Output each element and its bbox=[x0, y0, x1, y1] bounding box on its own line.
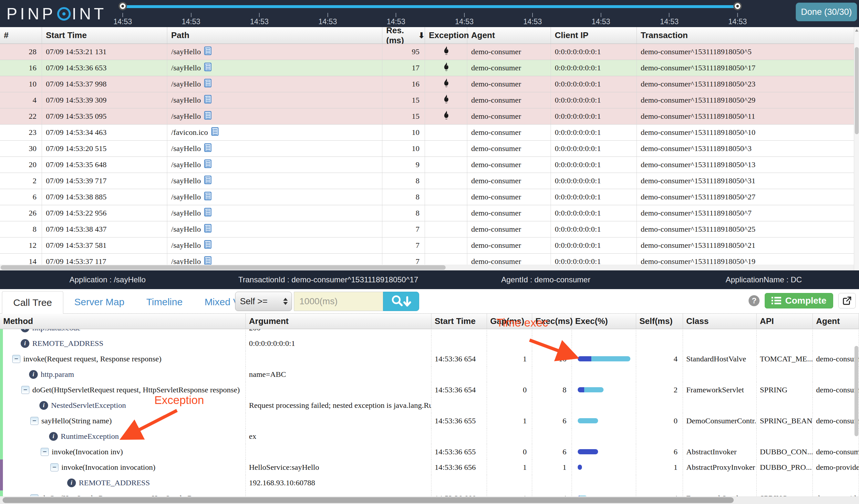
transaction-row[interactable]: 2607/09 14:53:22 956/sayHello8demo-consu… bbox=[0, 205, 859, 221]
ct-cell-class bbox=[683, 335, 757, 351]
call-tree-row[interactable]: iRuntimeExceptionex bbox=[0, 428, 859, 444]
path-detail-icon[interactable] bbox=[204, 46, 212, 57]
path-detail-icon[interactable] bbox=[204, 240, 212, 251]
path-detail-icon[interactable] bbox=[204, 111, 212, 122]
help-icon[interactable]: ? bbox=[749, 295, 759, 306]
ct-col-class[interactable]: Class bbox=[683, 314, 757, 329]
transaction-vscrollbar[interactable] bbox=[854, 27, 859, 270]
filter-ms-input[interactable] bbox=[294, 292, 383, 311]
call-tree-row[interactable]: −doGet(HttpServletRequest request, HttpS… bbox=[0, 382, 859, 397]
tick-label: 14:53 bbox=[588, 17, 614, 26]
ct-col-method[interactable]: Method bbox=[0, 314, 246, 329]
tx-cell-start: 07/09 14:53:37 117 bbox=[42, 254, 167, 265]
path-detail-icon[interactable] bbox=[204, 256, 212, 265]
path-detail-icon[interactable] bbox=[211, 127, 218, 138]
transaction-info-bar: Application : /sayHello TransactionId : … bbox=[0, 270, 859, 289]
ct-col-gapms[interactable]: Gap(ms) bbox=[487, 314, 532, 329]
tx-cell-clientip: 0:0:0:0:0:0:0:1 bbox=[551, 254, 637, 265]
complete-button[interactable]: Complete bbox=[765, 293, 833, 309]
scroll-up-icon[interactable] bbox=[855, 29, 858, 32]
filter-search-button[interactable] bbox=[383, 292, 419, 311]
ct-col-agent[interactable]: Agent bbox=[813, 314, 859, 329]
timeline-slider[interactable]: 14:5314:5314:5314:5314:5314:5314:5314:53… bbox=[123, 0, 738, 27]
collapse-node-icon[interactable]: − bbox=[50, 463, 58, 471]
timeline-handle-right[interactable] bbox=[733, 2, 742, 10]
tab-server-map[interactable]: Server Map bbox=[63, 291, 135, 313]
transaction-row[interactable]: 1007/09 14:53:37 998/sayHello16demo-cons… bbox=[0, 76, 859, 92]
call-tree-row[interactable]: iREMOTE_ADDRESS192.168.93.10:60788 bbox=[0, 475, 859, 490]
transaction-row[interactable]: 1407/09 14:53:37 117/sayHello7demo-consu… bbox=[0, 254, 859, 265]
ct-cell-agent bbox=[813, 397, 859, 413]
app-logo[interactable]: PINP INT bbox=[6, 4, 107, 23]
transaction-row[interactable]: 807/09 14:53:38 437/sayHello7demo-consum… bbox=[0, 221, 859, 237]
method-name: REMOTE_ADDRESS bbox=[32, 339, 103, 348]
ct-cell-starttime: 14:53:36 655 bbox=[432, 413, 487, 428]
timeline-handle-left[interactable] bbox=[119, 2, 127, 10]
path-detail-icon[interactable] bbox=[204, 208, 212, 218]
transaction-hscroll-thumb[interactable] bbox=[1, 265, 446, 270]
path-detail-icon[interactable] bbox=[204, 192, 212, 202]
ct-col-argument[interactable]: Argument bbox=[246, 314, 432, 329]
path-detail-icon[interactable] bbox=[204, 159, 212, 170]
path-detail-icon[interactable] bbox=[204, 63, 212, 73]
collapse-node-icon[interactable]: − bbox=[21, 386, 29, 394]
tx-col-exception[interactable]: Exception bbox=[425, 27, 467, 44]
collapse-node-icon[interactable]: − bbox=[30, 417, 39, 425]
ct-col-api[interactable]: API bbox=[757, 314, 813, 329]
tx-col-resms[interactable]: Res. (ms)⬇ bbox=[382, 27, 425, 44]
path-detail-icon[interactable] bbox=[204, 79, 212, 89]
tx-col-starttime[interactable]: Start Time bbox=[42, 27, 167, 44]
tx-cell-start: 07/09 14:53:21 131 bbox=[42, 44, 167, 60]
call-tree-row[interactable]: ihttp.status.code200 bbox=[0, 329, 859, 335]
transaction-row[interactable]: 2307/09 14:53:34 463/favicon.ico10demo-c… bbox=[0, 125, 859, 141]
calltree-hscroll-thumb[interactable] bbox=[3, 497, 734, 503]
tx-col-clientip[interactable]: Client IP bbox=[551, 27, 637, 44]
ct-cell-api: DUBBO_PRO... bbox=[757, 459, 813, 475]
call-tree-row[interactable]: iNestedServletExceptionRequest processin… bbox=[0, 397, 859, 413]
tab-timeline[interactable]: Timeline bbox=[135, 291, 193, 313]
collapse-node-icon[interactable]: − bbox=[41, 448, 49, 456]
export-button[interactable] bbox=[838, 293, 856, 309]
ct-col-execms[interactable]: Exec(ms) bbox=[532, 314, 572, 329]
calltree-hscrollbar[interactable] bbox=[0, 496, 859, 504]
info-icon: i bbox=[67, 478, 76, 487]
tab-call-tree[interactable]: Call Tree bbox=[2, 291, 63, 314]
transaction-hscrollbar[interactable] bbox=[0, 265, 859, 270]
transaction-row[interactable]: 2807/09 14:53:21 131/sayHello95demo-cons… bbox=[0, 44, 859, 60]
filter-operator-select[interactable]: Self >= bbox=[235, 292, 292, 311]
call-tree-row[interactable]: ihttp.paramname=ABC bbox=[0, 366, 859, 382]
tx-cell-transaction: demo-consumer^1531118918050^25 bbox=[637, 221, 859, 237]
transaction-row[interactable]: 3007/09 14:53:20 515/sayHello10demo-cons… bbox=[0, 141, 859, 157]
path-detail-icon[interactable] bbox=[204, 224, 212, 235]
call-tree-row[interactable]: −sayHello(String name)14:53:36 655160Dem… bbox=[0, 413, 859, 428]
ct-col-selfms[interactable]: Self(ms) bbox=[636, 314, 683, 329]
transaction-row[interactable]: 2007/09 14:53:35 648/sayHello9demo-consu… bbox=[0, 157, 859, 173]
call-tree-row[interactable]: −invoke(Request request, Response respon… bbox=[0, 351, 859, 366]
transaction-vscroll-thumb[interactable] bbox=[855, 47, 859, 134]
path-detail-icon[interactable] bbox=[204, 175, 212, 186]
done-button[interactable]: Done (30/30) bbox=[796, 3, 857, 21]
tx-col-path[interactable]: Path bbox=[167, 27, 382, 44]
tx-col-[interactable]: # bbox=[0, 27, 42, 44]
tx-cell-num: 4 bbox=[0, 92, 42, 108]
ct-col-starttime[interactable]: Start Time bbox=[432, 314, 487, 329]
tx-col-agent[interactable]: Agent bbox=[467, 27, 551, 44]
collapse-node-icon[interactable]: − bbox=[12, 355, 20, 363]
call-tree-row[interactable]: −invoke(Invocation inv)14:53:36 655066Ab… bbox=[0, 444, 859, 459]
transaction-row[interactable]: 607/09 14:53:38 885/sayHello8demo-consum… bbox=[0, 189, 859, 205]
tx-col-transaction[interactable]: Transaction bbox=[637, 27, 859, 44]
ct-col-exec[interactable]: Exec(%) bbox=[572, 314, 636, 329]
timeline-track[interactable] bbox=[123, 5, 738, 8]
call-tree-row[interactable]: −invoke(Invocation invocation)HelloServi… bbox=[0, 459, 859, 475]
transaction-row[interactable]: 1607/09 14:53:36 653/sayHello17demo-cons… bbox=[0, 60, 859, 76]
transaction-row[interactable]: 1207/09 14:53:37 581/sayHello7demo-consu… bbox=[0, 237, 859, 254]
transaction-row[interactable]: 407/09 14:53:39 309/sayHello15demo-consu… bbox=[0, 92, 859, 108]
call-tree-row[interactable]: iREMOTE_ADDRESS0:0:0:0:0:0:0:1 bbox=[0, 335, 859, 351]
path-detail-icon[interactable] bbox=[204, 95, 212, 106]
transaction-row[interactable]: 207/09 14:53:39 717/sayHello8demo-consum… bbox=[0, 173, 859, 189]
self-time-filter: Self >= bbox=[235, 292, 419, 311]
call-tree-row[interactable]: −doGet(HttpServletRequest request, HttpS… bbox=[0, 490, 859, 496]
transaction-row[interactable]: 2207/09 14:53:35 095/sayHello15demo-cons… bbox=[0, 108, 859, 125]
path-detail-icon[interactable] bbox=[204, 143, 212, 154]
calltree-vscroll-thumb[interactable] bbox=[855, 346, 858, 436]
